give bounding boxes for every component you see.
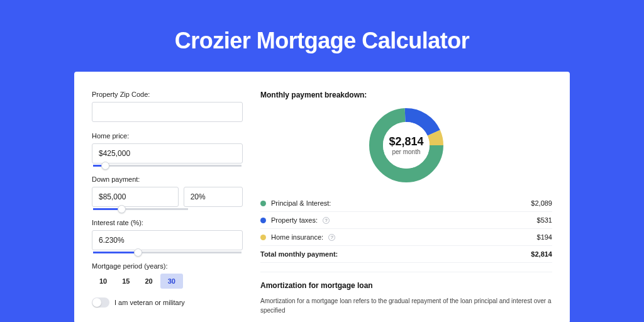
slider-fill (93, 252, 138, 253)
info-icon[interactable]: ? (328, 234, 335, 241)
down-payment-input[interactable] (92, 187, 179, 207)
interest-rate-slider[interactable] (93, 252, 242, 253)
interest-rate-input[interactable] (92, 230, 243, 250)
legend-home-insurance: Home insurance: ? $194 (260, 229, 552, 246)
slider-thumb[interactable] (101, 162, 109, 170)
veteran-label: I am veteran or military (114, 299, 185, 306)
legend-value: $531 (537, 216, 552, 224)
down-payment-slider[interactable] (93, 208, 188, 210)
total-label: Total monthly payment: (260, 250, 338, 258)
donut-chart-wrap: $2,814 per month (260, 107, 552, 184)
mortgage-period-group: 10 15 20 30 (92, 274, 243, 289)
toggle-knob (92, 298, 101, 307)
calculator-card: Property Zip Code: Home price: Down paym… (74, 72, 570, 322)
veteran-toggle[interactable] (92, 297, 109, 308)
info-icon[interactable]: ? (323, 217, 330, 224)
legend-label: Home insurance: (271, 233, 323, 241)
slider-thumb[interactable] (118, 205, 126, 213)
breakdown-column: Monthly payment breakdown: $2,814 per mo… (243, 91, 552, 322)
zip-group: Property Zip Code: (92, 91, 243, 122)
period-30-button[interactable]: 30 (160, 274, 183, 289)
legend-label: Principal & Interest: (271, 199, 331, 207)
down-payment-pct-input[interactable] (184, 187, 243, 207)
form-column: Property Zip Code: Home price: Down paym… (92, 91, 243, 322)
swatch-green (260, 201, 266, 206)
home-price-label: Home price: (92, 132, 243, 140)
down-payment-label: Down payment: (92, 175, 243, 183)
home-price-input[interactable] (92, 143, 243, 164)
legend-property-taxes: Property taxes: ? $531 (260, 212, 552, 229)
home-price-slider[interactable] (93, 165, 242, 167)
donut-chart: $2,814 per month (368, 107, 445, 184)
amortization-title: Amortization for mortgage loan (260, 281, 552, 290)
divider (260, 272, 552, 272)
zip-input[interactable] (92, 102, 243, 122)
interest-rate-group: Interest rate (%): (92, 219, 243, 250)
slider-thumb[interactable] (134, 248, 142, 257)
legend-label: Property taxes: (271, 216, 318, 224)
home-price-group: Home price: (92, 132, 243, 164)
down-payment-group: Down payment: (92, 175, 243, 207)
period-10-button[interactable]: 10 (92, 274, 114, 289)
donut-center: $2,814 per month (368, 107, 445, 184)
period-20-button[interactable]: 20 (138, 274, 160, 289)
swatch-yellow (260, 235, 266, 240)
legend-value: $2,089 (531, 199, 552, 207)
veteran-toggle-row: I am veteran or military (92, 297, 243, 308)
interest-rate-label: Interest rate (%): (92, 219, 243, 226)
breakdown-title: Monthly payment breakdown: (260, 91, 552, 99)
donut-sub: per month (392, 148, 420, 155)
donut-amount: $2,814 (389, 135, 423, 148)
zip-label: Property Zip Code: (92, 91, 243, 98)
legend-principal-interest: Principal & Interest: $2,089 (260, 195, 552, 212)
period-15-button[interactable]: 15 (114, 274, 137, 289)
amortization-text: Amortization for a mortgage loan refers … (260, 296, 552, 315)
legend-value: $194 (537, 233, 552, 241)
total-value: $2,814 (531, 250, 552, 258)
legend-total: Total monthly payment: $2,814 (260, 246, 552, 263)
mortgage-period-label: Mortgage period (years): (92, 262, 243, 270)
page-title: Crozier Mortgage Calculator (0, 0, 644, 72)
swatch-blue (260, 218, 266, 223)
